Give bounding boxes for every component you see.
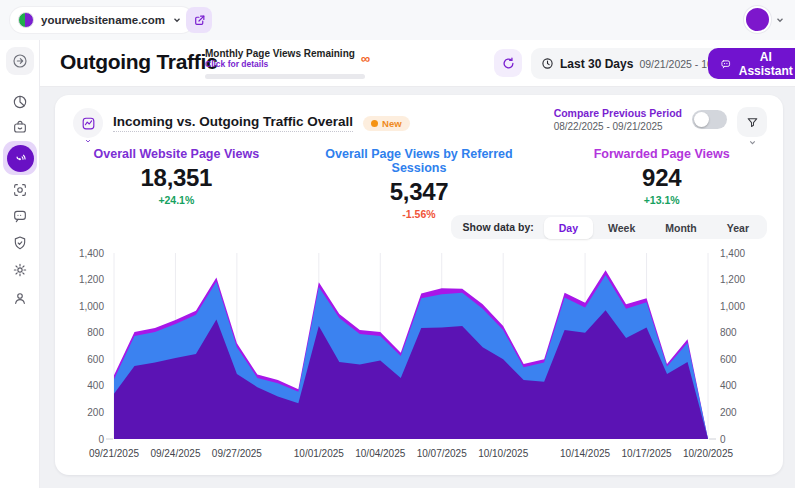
- filter-control: [737, 107, 767, 147]
- stat-overall-page-views: Overall Website Page Views 18,351 +24.1%: [55, 147, 298, 220]
- granularity-segments: DayWeekMonthYear: [544, 218, 764, 236]
- svg-text:400: 400: [87, 380, 104, 391]
- sidebar-item-account[interactable]: [6, 284, 34, 312]
- svg-text:0: 0: [720, 434, 726, 445]
- sidebar-item-scan[interactable]: [6, 176, 34, 204]
- sidebar-item-inbox[interactable]: [6, 113, 34, 141]
- svg-text:1,400: 1,400: [79, 248, 104, 259]
- svg-text:1,000: 1,000: [79, 301, 104, 312]
- stat-value: 5,347: [298, 178, 541, 206]
- shield-check-icon: [12, 235, 28, 251]
- sidebar-item-security[interactable]: [6, 229, 34, 257]
- stat-delta: +13.1%: [540, 194, 783, 206]
- svg-text:1,000: 1,000: [720, 301, 745, 312]
- outgoing-traffic-broadcast-icon: [7, 145, 34, 172]
- show-data-by-label: Show data by:: [454, 221, 544, 233]
- stat-referred-sessions: Overall Page Views by Referred Sessions …: [298, 147, 541, 220]
- ai-assistant-label: AI Assistant: [737, 50, 794, 78]
- compare-toggle[interactable]: [692, 110, 727, 129]
- stats-row: Overall Website Page Views 18,351 +24.1%…: [55, 147, 783, 220]
- ai-assistant-button[interactable]: AI Assistant: [708, 48, 795, 79]
- compare-previous-period: Compare Previous Period 08/22/2025 - 09/…: [554, 107, 727, 132]
- chevron-down-icon[interactable]: [748, 138, 757, 147]
- new-badge-dot-icon: [371, 120, 378, 127]
- svg-text:600: 600: [720, 354, 737, 365]
- segment-day[interactable]: Day: [544, 217, 593, 239]
- svg-text:09/21/2025: 09/21/2025: [89, 448, 139, 459]
- svg-text:800: 800: [720, 327, 737, 338]
- chevron-down-icon[interactable]: [775, 15, 785, 25]
- sidebar-expand-icon: [12, 53, 28, 69]
- sidebar-item-outgoing-traffic[interactable]: [3, 141, 37, 175]
- analytics-pie-icon: [12, 94, 28, 110]
- sidebar-item-chat[interactable]: [6, 202, 34, 230]
- chat-bubble-icon: [12, 208, 28, 224]
- avatar[interactable]: [744, 6, 771, 33]
- account-person-icon: [12, 290, 28, 306]
- svg-text:400: 400: [720, 380, 737, 391]
- svg-text:10/14/2025: 10/14/2025: [560, 448, 610, 459]
- svg-text:10/07/2025: 10/07/2025: [417, 448, 467, 459]
- clock-icon: [541, 57, 554, 70]
- settings-gear-icon: [12, 262, 28, 278]
- card-title: Incoming vs. Outgoing Traffic Overall: [113, 114, 353, 132]
- segment-month[interactable]: Month: [650, 217, 712, 239]
- activity-chart-icon[interactable]: [73, 108, 103, 138]
- traffic-area-chart: 002002004004006006008008001,0001,0001,20…: [66, 245, 772, 471]
- svg-text:10/10/2025: 10/10/2025: [478, 448, 528, 459]
- new-badge: New: [363, 116, 410, 131]
- website-selector[interactable]: yourwebsitename.com: [10, 7, 194, 33]
- stat-label: Overall Page Views by Referred Sessions: [298, 147, 541, 175]
- scan-target-icon: [12, 182, 28, 198]
- svg-text:1,200: 1,200: [79, 274, 104, 285]
- svg-text:10/17/2025: 10/17/2025: [622, 448, 672, 459]
- filter-funnel-icon: [746, 116, 759, 129]
- svg-text:600: 600: [87, 354, 104, 365]
- show-data-by-control: Show data by: DayWeekMonthYear: [451, 215, 767, 239]
- content-area: Incoming vs. Outgoing Traffic Overall Ne…: [40, 87, 795, 488]
- site-logo-icon: [18, 12, 34, 28]
- traffic-overview-card: Incoming vs. Outgoing Traffic Overall Ne…: [55, 95, 783, 475]
- svg-text:09/24/2025: 09/24/2025: [150, 448, 200, 459]
- svg-text:200: 200: [720, 407, 737, 418]
- svg-text:1,200: 1,200: [720, 274, 745, 285]
- sidebar-item-analytics[interactable]: [6, 88, 34, 116]
- sidebar-item-settings[interactable]: [6, 256, 34, 284]
- svg-text:10/01/2025: 10/01/2025: [294, 448, 344, 459]
- stat-label: Overall Website Page Views: [55, 147, 298, 161]
- website-name: yourwebsitename.com: [41, 14, 165, 26]
- open-external-button[interactable]: [186, 7, 212, 33]
- quota-progress-bar: [205, 74, 365, 79]
- stat-label: Forwarded Page Views: [540, 147, 783, 161]
- chevron-down-icon: [84, 137, 92, 145]
- quota-details-link[interactable]: Click for details: [205, 59, 370, 69]
- refresh-button[interactable]: [494, 49, 522, 77]
- page-title: Outgoing Traffic: [60, 50, 217, 74]
- ai-chat-icon: [720, 57, 731, 71]
- svg-text:200: 200: [87, 407, 104, 418]
- open-external-icon: [193, 14, 206, 27]
- filter-button[interactable]: [737, 107, 767, 137]
- sidebar: [0, 40, 40, 488]
- refresh-icon: [501, 56, 516, 71]
- compare-label: Compare Previous Period: [554, 107, 682, 119]
- segment-week[interactable]: Week: [593, 217, 650, 239]
- segment-year[interactable]: Year: [712, 217, 764, 239]
- stat-value: 18,351: [55, 164, 298, 192]
- topbar: yourwebsitename.com: [0, 0, 795, 40]
- toggle-knob: [694, 112, 709, 127]
- svg-text:10/20/2025: 10/20/2025: [683, 448, 733, 459]
- svg-text:1,400: 1,400: [720, 248, 745, 259]
- stat-delta: +24.1%: [55, 194, 298, 206]
- inbox-bag-icon: [12, 119, 28, 135]
- sidebar-toggle-button[interactable]: [6, 47, 34, 75]
- chart-container: 002002004004006006008008001,0001,0001,20…: [66, 245, 772, 475]
- quota-widget: Monthly Page Views Remaining Click for d…: [205, 48, 370, 79]
- infinity-icon: ∞: [361, 52, 370, 65]
- stat-forwarded-page-views: Forwarded Page Views 924 +13.1%: [540, 147, 783, 220]
- page-header: Outgoing Traffic Monthly Page Views Rema…: [40, 40, 795, 87]
- svg-text:0: 0: [98, 434, 104, 445]
- quota-title: Monthly Page Views Remaining: [205, 48, 370, 59]
- card-header: Incoming vs. Outgoing Traffic Overall Ne…: [73, 108, 410, 138]
- new-badge-label: New: [382, 118, 402, 129]
